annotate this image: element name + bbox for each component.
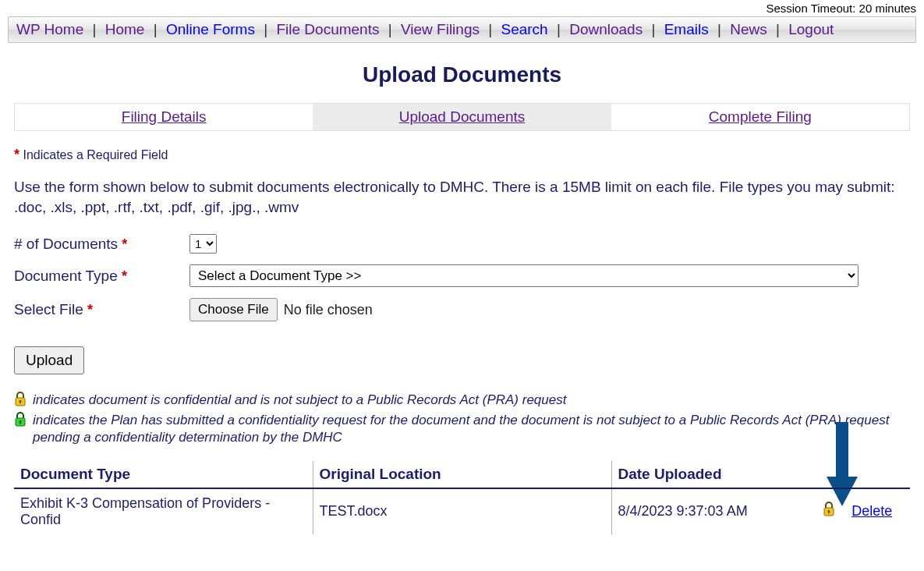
doc-type-label: Document Type * xyxy=(14,268,189,285)
cell-lock-status xyxy=(813,488,845,534)
delete-link[interactable]: Delete xyxy=(851,503,892,519)
step-upload-documents[interactable]: Upload Documents xyxy=(313,104,611,130)
th-original-location: Original Location xyxy=(313,461,611,488)
nav-separator: | xyxy=(485,21,495,37)
doc-type-select[interactable]: Select a Document Type >> xyxy=(189,264,859,287)
nav-separator: | xyxy=(150,21,161,37)
nav-downloads[interactable]: Downloads xyxy=(568,21,644,37)
choose-file-button[interactable]: Choose File xyxy=(189,298,278,321)
required-star-icon: * xyxy=(14,147,19,162)
page-title: Upload Documents xyxy=(0,62,924,87)
svg-rect-5 xyxy=(19,422,20,424)
nav-online-forms[interactable]: Online Forms xyxy=(165,21,257,37)
session-timeout-text: Session Timeout: 20 minutes xyxy=(0,0,924,16)
lock-green-icon xyxy=(14,412,27,427)
upload-button[interactable]: Upload xyxy=(14,346,84,374)
th-date-uploaded: Date Uploaded xyxy=(611,461,813,488)
step-complete-filing[interactable]: Complete Filing xyxy=(611,104,909,130)
nav-separator: | xyxy=(554,21,564,37)
required-star-icon: * xyxy=(87,302,93,317)
cell-date-uploaded: 8/4/2023 9:37:03 AM xyxy=(611,488,813,534)
required-star-icon: * xyxy=(122,236,127,252)
nav-separator: | xyxy=(773,21,783,37)
file-chosen-status: No file chosen xyxy=(284,302,373,318)
step-filing-details[interactable]: Filing Details xyxy=(15,104,313,130)
uploaded-documents-table: Document Type Original Location Date Upl… xyxy=(14,461,910,534)
wizard-steps: Filing Details Upload Documents Complete… xyxy=(14,103,910,131)
th-document-type: Document Type xyxy=(14,461,313,488)
required-star-icon: * xyxy=(122,268,127,284)
th-lock xyxy=(813,461,845,488)
nav-logout[interactable]: Logout xyxy=(787,21,835,37)
nav-emails[interactable]: Emails xyxy=(663,21,710,37)
nav-separator: | xyxy=(714,21,724,37)
required-field-note: * Indicates a Required Field xyxy=(14,147,910,163)
nav-separator: | xyxy=(260,21,271,37)
nav-separator: | xyxy=(385,21,395,37)
num-docs-select[interactable]: 1 xyxy=(189,234,217,254)
th-actions xyxy=(845,461,910,488)
select-file-label: Select File * xyxy=(14,301,189,318)
top-nav-bar: WP Home | Home | Online Forms | File Doc… xyxy=(8,16,916,43)
intro-text: Use the form shown below to submit docum… xyxy=(14,177,910,217)
legend-green-text: indicates the Plan has submitted a confi… xyxy=(33,412,910,446)
nav-news[interactable]: News xyxy=(728,21,769,37)
cell-doc-type: Exhibit K-3 Compensation of Providers - … xyxy=(14,488,313,534)
cell-orig-loc: TEST.docx xyxy=(313,488,611,534)
nav-view-filings[interactable]: View Filings xyxy=(399,21,481,37)
nav-wp-home[interactable]: WP Home xyxy=(15,21,85,37)
nav-separator: | xyxy=(648,21,658,37)
svg-rect-2 xyxy=(19,402,20,404)
required-note-text: Indicates a Required Field xyxy=(23,148,168,161)
lock-gold-icon xyxy=(14,392,27,407)
nav-search[interactable]: Search xyxy=(499,21,549,37)
legend-gold-text: indicates document is confidential and i… xyxy=(33,392,566,409)
step-upload-documents-link[interactable]: Upload Documents xyxy=(399,108,526,125)
table-row: Exhibit K-3 Compensation of Providers - … xyxy=(14,488,910,534)
nav-home[interactable]: Home xyxy=(104,21,147,37)
svg-rect-10 xyxy=(829,512,830,514)
num-docs-label: # of Documents * xyxy=(14,236,189,253)
step-complete-filing-link[interactable]: Complete Filing xyxy=(709,108,812,125)
nav-file-documents[interactable]: File Documents xyxy=(274,21,381,37)
nav-separator: | xyxy=(90,21,100,37)
table-header-row: Document Type Original Location Date Upl… xyxy=(14,461,910,488)
step-filing-details-link[interactable]: Filing Details xyxy=(122,108,207,125)
lock-gold-icon xyxy=(823,502,835,517)
